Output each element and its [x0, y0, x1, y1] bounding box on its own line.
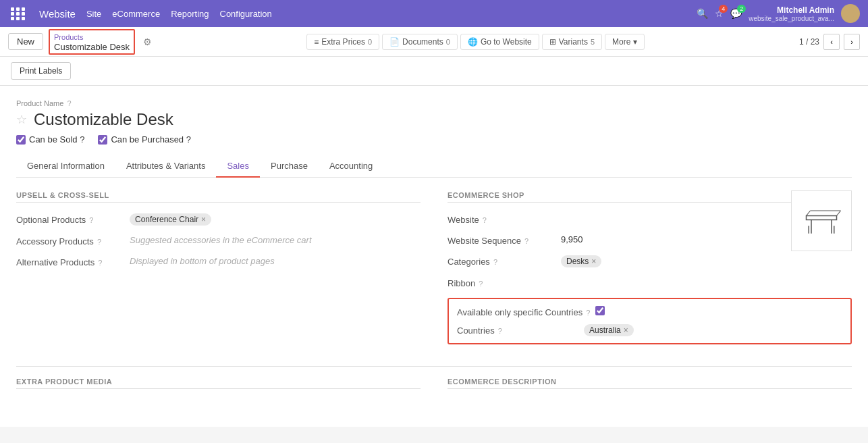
website-sequence-help[interactable]: ?	[524, 237, 528, 245]
product-title-row: ☆ Customizable Desk	[16, 110, 852, 129]
website-label: Website ?	[447, 213, 555, 225]
chat-icon[interactable]: 💬 2	[730, 8, 742, 19]
variants-label: Variants	[559, 37, 588, 47]
more-button[interactable]: More ▾	[605, 34, 645, 50]
apps-icon[interactable]	[8, 5, 28, 23]
countries-help[interactable]: ?	[498, 327, 502, 335]
desk-image-svg	[801, 201, 842, 241]
extra-prices-button[interactable]: ≡ Extra Prices 0	[306, 34, 379, 50]
website-help[interactable]: ?	[483, 216, 487, 224]
upsell-section-title: UPSELL & CROSS-SELL	[16, 191, 421, 203]
remove-conference-chair[interactable]: ×	[201, 215, 206, 224]
extra-media-title: EXTRA PRODUCT MEDIA	[16, 377, 421, 389]
ribbon-label: Ribbon ?	[447, 277, 555, 288]
countries-value[interactable]: Australia ×	[584, 324, 842, 336]
can-be-purchased-checkbox[interactable]	[98, 135, 107, 145]
optional-products-value[interactable]: Conference Chair ×	[130, 213, 421, 226]
extra-prices-label: Extra Prices	[321, 37, 365, 47]
action-bar: New Products Customizable Desk ⚙ ≡ Extra…	[0, 27, 868, 57]
list-icon: ≡	[314, 37, 319, 47]
user-avatar[interactable]	[841, 4, 860, 23]
website-sequence-label: Website Sequence ?	[447, 234, 555, 246]
action-bar-right: 1 / 23 ‹ ›	[799, 34, 860, 50]
alternative-products-help[interactable]: ?	[98, 259, 102, 267]
documents-button[interactable]: 📄 Documents 0	[382, 34, 458, 50]
go-to-website-button[interactable]: 🌐 Go to Website	[460, 34, 539, 50]
ribbon-help[interactable]: ?	[479, 280, 483, 288]
action-bar-center: ≡ Extra Prices 0 📄 Documents 0 🌐 Go to W…	[306, 34, 644, 50]
prev-page-button[interactable]: ‹	[823, 34, 840, 50]
categories-value[interactable]: Desks ×	[561, 255, 852, 267]
can-be-sold-checkbox[interactable]	[16, 135, 26, 145]
go-to-website-label: Go to Website	[481, 37, 532, 47]
ribbon-row: Ribbon ?	[447, 277, 852, 288]
globe-icon: 🌐	[468, 37, 478, 47]
variants-button[interactable]: ⊞ Variants 5	[542, 34, 602, 50]
product-title[interactable]: Customizable Desk	[34, 110, 173, 129]
can-be-purchased-label: Can be Purchased ?	[111, 134, 191, 145]
user-tag: website_sale_product_ava...	[749, 15, 834, 22]
next-page-button[interactable]: ›	[844, 34, 860, 50]
accessory-products-help[interactable]: ?	[97, 238, 101, 246]
user-name: Mitchell Admin	[777, 5, 834, 15]
conference-chair-tag: Conference Chair ×	[130, 213, 211, 226]
alternative-products-row: Alternative Products ? Displayed in bott…	[16, 256, 421, 267]
main-content: Product Name ? ☆ Customizable Desk Can b…	[0, 86, 868, 427]
svg-line-7	[807, 211, 811, 216]
accessory-products-label: Accessory Products ?	[16, 235, 124, 246]
chat-badge: 2	[737, 5, 746, 13]
categories-label: Categories ?	[447, 255, 555, 267]
alternative-products-label: Alternative Products ?	[16, 256, 124, 267]
ecommerce-description-title: ECOMMERCE DESCRIPTION	[447, 377, 852, 389]
tabs: General Information Attributes & Variant…	[16, 155, 852, 178]
navbar-left: Website Site eCommerce Reporting Configu…	[8, 5, 272, 23]
categories-help[interactable]: ?	[493, 258, 497, 266]
can-be-sold-field[interactable]: Can be Sold ?	[16, 134, 84, 145]
pagination-text: 1 / 23	[799, 37, 819, 47]
optional-products-help[interactable]: ?	[89, 216, 93, 224]
can-be-purchased-field[interactable]: Can be Purchased ?	[98, 134, 191, 145]
tab-content-sales: UPSELL & CROSS-SELL Optional Products ? …	[16, 178, 852, 413]
tab-accounting[interactable]: Accounting	[319, 155, 383, 178]
action-bar-left: New Products Customizable Desk ⚙	[8, 29, 152, 55]
upsell-section: UPSELL & CROSS-SELL Optional Products ? …	[16, 191, 421, 344]
available-specific-checkbox[interactable]	[595, 306, 605, 315]
available-specific-value[interactable]	[595, 306, 842, 317]
available-countries-box: Available only specific Countries ? Coun…	[447, 298, 852, 344]
notification-icon[interactable]: ☆ 4	[715, 8, 724, 19]
tab-purchase[interactable]: Purchase	[260, 155, 319, 178]
available-specific-label: Available only specific Countries ?	[457, 306, 590, 317]
variants-count: 5	[591, 38, 595, 46]
favorite-icon[interactable]: ☆	[16, 112, 27, 127]
menu-reporting[interactable]: Reporting	[171, 9, 209, 19]
tab-attributes[interactable]: Attributes & Variants	[115, 155, 217, 178]
product-image[interactable]	[791, 190, 852, 251]
navbar-right: 🔍 ☆ 4 💬 2 Mitchell Admin website_sale_pr…	[697, 4, 860, 23]
navbar: Website Site eCommerce Reporting Configu…	[0, 0, 868, 27]
svg-line-8	[837, 211, 841, 216]
new-button[interactable]: New	[8, 33, 43, 50]
tab-sales[interactable]: Sales	[216, 155, 260, 178]
breadcrumb-current: Customizable Desk	[54, 42, 130, 52]
remove-desks[interactable]: ×	[591, 257, 596, 266]
accessory-products-value[interactable]: Suggested accessories in the eCommerce c…	[130, 235, 421, 245]
tab-general[interactable]: General Information	[16, 155, 115, 178]
menu-ecommerce[interactable]: eCommerce	[112, 9, 160, 19]
variants-icon: ⊞	[549, 37, 556, 47]
menu-site[interactable]: Site	[86, 9, 101, 19]
alternative-products-value[interactable]: Displayed in bottom of product pages	[130, 256, 421, 266]
menu-configuration[interactable]: Configuration	[220, 9, 272, 19]
app-title[interactable]: Website	[39, 8, 76, 20]
remove-australia[interactable]: ×	[624, 325, 628, 335]
search-icon[interactable]: 🔍	[697, 8, 708, 19]
bottom-sections: EXTRA PRODUCT MEDIA ECOMMERCE DESCRIPTIO…	[16, 366, 852, 400]
product-name-help[interactable]: ?	[67, 99, 71, 107]
extra-prices-count: 0	[368, 38, 372, 46]
svg-point-0	[847, 7, 854, 14]
settings-icon[interactable]: ⚙	[143, 36, 152, 47]
user-info: Mitchell Admin website_sale_product_ava.…	[749, 5, 834, 22]
print-labels-button[interactable]: Print Labels	[11, 62, 71, 80]
categories-row: Categories ? Desks ×	[447, 255, 852, 267]
available-specific-help[interactable]: ?	[586, 309, 590, 317]
breadcrumb-parent[interactable]: Products	[54, 33, 83, 41]
